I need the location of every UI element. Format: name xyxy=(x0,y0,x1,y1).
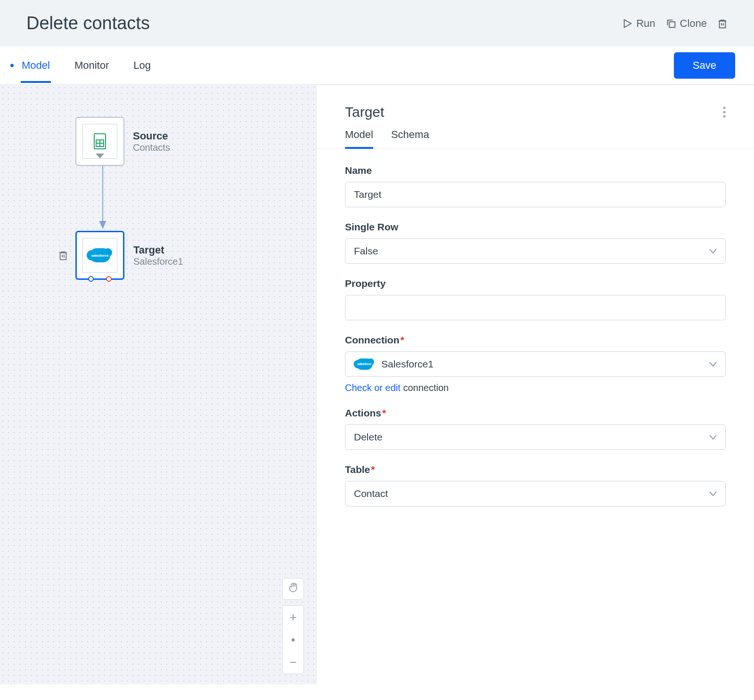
panel-tab-model[interactable]: Model xyxy=(345,129,373,148)
port-error[interactable] xyxy=(106,276,112,282)
check-edit-connection-link[interactable]: Check or edit xyxy=(345,383,401,393)
clone-label: Clone xyxy=(680,17,707,30)
svg-rect-6 xyxy=(60,253,66,260)
svg-rect-1 xyxy=(669,22,675,27)
svg-point-8 xyxy=(723,111,726,114)
node-source-subtitle: Contacts xyxy=(133,142,227,153)
canvas[interactable]: Source Contacts salesforce Target Salesf… xyxy=(0,85,317,684)
copy-icon xyxy=(666,18,676,29)
trash-icon xyxy=(58,250,68,261)
zoom-in-button[interactable]: + xyxy=(283,606,303,628)
property-input[interactable] xyxy=(345,295,726,320)
chevron-down-icon xyxy=(709,435,717,440)
zoom-reset-button[interactable]: ● xyxy=(283,628,303,651)
delete-button[interactable] xyxy=(717,18,728,29)
svg-marker-4 xyxy=(100,221,106,228)
tab-model[interactable]: Model xyxy=(19,59,53,72)
node-target[interactable]: salesforce Target Salesforce1 xyxy=(75,231,124,280)
node-delete-button[interactable] xyxy=(58,250,68,261)
spreadsheet-icon xyxy=(94,133,106,149)
kebab-icon xyxy=(723,106,726,118)
singlerow-value: False xyxy=(354,245,378,257)
connection-value: Salesforce1 xyxy=(381,358,434,370)
connection-select[interactable]: salesforce Salesforce1 xyxy=(345,351,726,377)
node-target-title: Target xyxy=(133,244,228,256)
salesforce-icon: salesforce xyxy=(356,358,372,370)
plus-icon: + xyxy=(289,610,296,625)
table-label: Table* xyxy=(345,464,726,475)
singlerow-select[interactable]: False xyxy=(345,238,726,264)
node-target-subtitle: Salesforce1 xyxy=(133,256,228,267)
minus-icon: − xyxy=(289,655,296,670)
page-title: Delete contacts xyxy=(26,13,150,33)
name-label: Name xyxy=(345,165,726,176)
panel-tabs: Model Schema xyxy=(317,129,754,149)
panel-menu-button[interactable] xyxy=(723,106,726,118)
tab-log[interactable]: Log xyxy=(131,59,154,72)
hand-icon xyxy=(288,582,298,596)
actions-select[interactable]: Delete xyxy=(345,424,726,450)
port-success[interactable] xyxy=(88,276,94,282)
actions-value: Delete xyxy=(354,431,383,443)
name-input[interactable] xyxy=(345,182,726,207)
canvas-controls: + ● − xyxy=(282,578,304,674)
connection-label: Connection* xyxy=(345,334,726,346)
chevron-down-icon xyxy=(709,491,717,496)
connection-helper-text: connection xyxy=(401,383,449,393)
trash-icon xyxy=(717,18,728,29)
node-source[interactable]: Source Contacts xyxy=(75,117,124,166)
chevron-down-icon xyxy=(96,154,104,158)
run-label: Run xyxy=(636,17,655,30)
svg-rect-2 xyxy=(720,21,726,28)
svg-marker-5 xyxy=(96,154,104,158)
actions-label: Actions* xyxy=(345,407,726,419)
header-actions: Run Clone xyxy=(622,17,728,30)
svg-marker-0 xyxy=(624,19,631,27)
tabs-bar: Model Monitor Log Save xyxy=(0,47,754,85)
panel-title: Target xyxy=(345,104,384,120)
table-value: Contact xyxy=(354,488,388,499)
save-button[interactable]: Save xyxy=(674,52,735,79)
workarea: Source Contacts salesforce Target Salesf… xyxy=(0,85,754,684)
table-select[interactable]: Contact xyxy=(345,481,726,506)
node-source-title: Source xyxy=(133,130,227,142)
panel-tab-schema[interactable]: Schema xyxy=(391,129,429,148)
zoom-out-button[interactable]: − xyxy=(283,651,303,674)
properties-panel: Target Model Schema Name Single Row Fals… xyxy=(317,85,754,684)
clone-button[interactable]: Clone xyxy=(666,17,707,30)
dot-icon: ● xyxy=(291,635,295,644)
main-tabs: Model Monitor Log xyxy=(19,47,154,84)
run-button[interactable]: Run xyxy=(622,17,655,30)
chevron-down-icon xyxy=(709,249,717,253)
chevron-down-icon xyxy=(709,362,717,366)
property-label: Property xyxy=(345,278,726,289)
play-icon xyxy=(622,18,632,29)
header: Delete contacts Run Clone xyxy=(0,0,754,47)
singlerow-label: Single Row xyxy=(345,221,726,233)
salesforce-icon: salesforce xyxy=(90,248,110,262)
tab-monitor[interactable]: Monitor xyxy=(72,59,112,72)
svg-point-9 xyxy=(723,115,726,118)
pan-button[interactable] xyxy=(282,578,304,600)
svg-point-7 xyxy=(723,107,726,109)
